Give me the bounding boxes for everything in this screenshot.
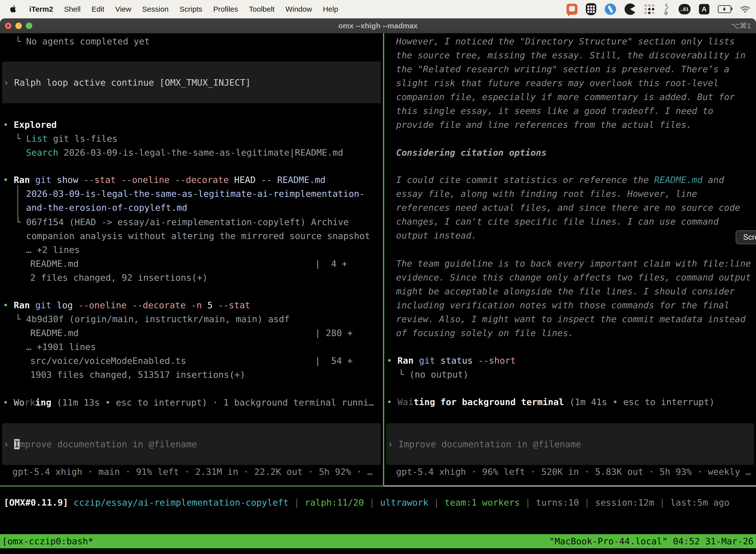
reasoning-text: output instead. [396,229,477,242]
menu-item-help[interactable]: Help [323,5,338,13]
git-stat-count: | 280 + [315,326,353,340]
shield-grid-icon[interactable] [586,3,596,15]
git-status-output: └ (no output) [398,368,468,382]
menu-item-view[interactable]: View [115,5,131,13]
tmux-session-label: [omx-cczip0:bash* [0,534,93,548]
reasoning-text: slight risk that future readers may over… [396,76,718,90]
session-footer: gpt-5.4 xhigh · 96% left · 520K in · 5.8… [396,465,751,479]
menu-item-session[interactable]: Session [142,5,169,13]
reasoning-text: The team guideline is to back every impo… [396,257,751,271]
reasoning-text: changes, I can't cite specific file line… [396,215,718,229]
reasoning-text: review. Also, I might want to inspect th… [396,312,746,326]
letter-a-app-icon[interactable]: A [699,4,709,14]
git-log-output: └ 4b9d30f (origin/main, instructkr/main,… [15,312,290,326]
tmux-host-clock: "MacBook-Pro-44.local" 04:52 31-Mar-26 [549,534,756,548]
reasoning-text: the source tree, missing the essay. Stil… [396,48,746,62]
window-title-bar[interactable]: omx --xhigh --madmax ⌥⌘1 [0,18,756,34]
menu-item-window[interactable]: Window [286,5,312,13]
dots-grid-icon[interactable] [644,4,654,14]
git-stat-summary: 2 files changed, 92 insertions(+) [30,271,208,285]
left-pane-bottom-border [0,486,384,487]
menu-item-profiles[interactable]: Profiles [213,5,238,13]
ran-git-show: • Ran git show --stat --oneline --decora… [3,173,326,187]
ran-git-log: • Ran git log --oneline --decorate -n 5 … [3,298,250,312]
reasoning-text: of focusing solely on file lines. [396,326,573,340]
omx-status-line: [OMX#0.11.9] cczip/essay/ai-reimplementa… [4,496,730,510]
prompt-input-line[interactable]: › Improve documentation in @filename [388,437,581,451]
apple-menu-icon[interactable] [10,4,18,14]
git-show-output: … +2 lines [26,243,80,257]
reasoning-text: this single essay, it seems like a good … [396,104,713,118]
reasoning-text: including verification notes with those … [396,298,730,312]
working-status: • Working (11m 13s • esc to interrupt) ·… [3,396,374,409]
right-pane-bottom-border [384,486,756,487]
chat-app-icon[interactable] [567,4,577,15]
menu-item-scripts[interactable]: Scripts [180,5,202,13]
git-show-output: companion analysis without altering the … [26,229,370,243]
screen-tooltip: Scre [736,230,756,244]
right-pane[interactable]: However, I noticed the "Directory Struct… [384,33,756,487]
reasoning-text: the "Related research writing" section i… [396,62,730,76]
git-log-output: … +1901 lines [26,340,96,354]
prompt-input-line[interactable]: › Improve documentation in @filename [3,437,197,451]
cmd-wrap-line: and-the-erosion-of-copyleft.md [26,201,187,215]
terminal-area[interactable]: └ No agents completed yet› Ralph loop ac… [0,33,756,554]
ralph-loop-line: › Ralph loop active continue [OMX_TMUX_I… [3,76,251,90]
tmux-status-bar: [omx-cczip0:bash* "MacBook-Pro-44.local"… [0,534,756,548]
explored-list: └ List git ls-files [15,132,118,146]
screen: iTerm2ShellEditViewSessionScriptsProfile… [0,0,756,554]
menu-item-toolbelt[interactable]: Toolbelt [249,5,274,13]
menu-item-edit[interactable]: Edit [91,5,105,13]
menu-status-icons: ..61 A [567,3,756,15]
battery-percent-badge-icon[interactable]: ..61 [679,4,691,14]
reasoning-heading: Considering citation options [396,146,547,160]
menu-item-shell[interactable]: Shell [64,5,81,13]
git-stat-count: | 54 + [315,354,353,368]
ran-git-status: • Ran git status --short [387,354,516,368]
menu-item-iterm2[interactable]: iTerm2 [29,5,53,13]
wifi-icon[interactable] [740,5,751,13]
window-shortcut-badge: ⌥⌘1 [731,18,751,33]
git-stat-file: src/voice/voiceModeEnabled.ts [30,354,186,368]
left-pane[interactable]: └ No agents completed yet› Ralph loop ac… [0,33,383,487]
explored-header: • Explored [3,118,57,132]
reasoning-text: I could cite commit statistics or refere… [396,173,724,187]
session-footer: gpt-5.4 xhigh · main · 91% left · 2.31M … [12,465,373,479]
window-title: omx --xhigh --madmax [0,21,756,30]
cmd-wrap-line: 2026-03-09-is-legal-the-same-as-legitima… [26,187,365,201]
macos-menu-bar: iTerm2ShellEditViewSessionScriptsProfile… [0,0,756,18]
tree-guide-line [17,185,18,217]
tooltip-text: Scre [743,233,756,242]
blue-seal-icon[interactable] [605,3,616,15]
reasoning-text: essay file, along with finding root file… [396,187,697,201]
reasoning-text: references need actual files, and since … [396,201,740,215]
git-stat-summary: 1903 files changed, 513517 insertions(+) [30,368,245,382]
explored-search: Search 2026-03-09-is-legal-the-same-as-l… [26,146,343,160]
battery-icon[interactable] [718,5,731,13]
reasoning-text: evidence. Since this change only affects… [396,271,751,284]
menu-items: iTerm2ShellEditViewSessionScriptsProfile… [29,5,338,13]
waiting-status: • Waiting for background terminal (1m 41… [387,395,714,409]
git-stat-file: README.md [30,326,79,340]
squiggle-icon[interactable] [663,3,670,15]
git-show-output: └ 067f154 (HEAD -> essay/ai-reimplementa… [15,215,349,229]
iterm2-window: omx --xhigh --madmax ⌥⌘1 └ No agents com… [0,18,756,554]
agents-status-line: └ No agents completed yet [15,35,150,48]
git-stat-file: README.md [30,257,79,271]
reasoning-text: companion file, especially if more comme… [396,90,735,104]
reasoning-text: might be acceptable alongside the file l… [396,284,735,298]
reasoning-text: However, I noticed the "Directory Struct… [396,35,735,48]
reasoning-text: provide file and line references from th… [396,118,692,132]
git-stat-count: | 4 + [315,257,347,271]
kaleidoscope-icon[interactable] [625,3,636,15]
